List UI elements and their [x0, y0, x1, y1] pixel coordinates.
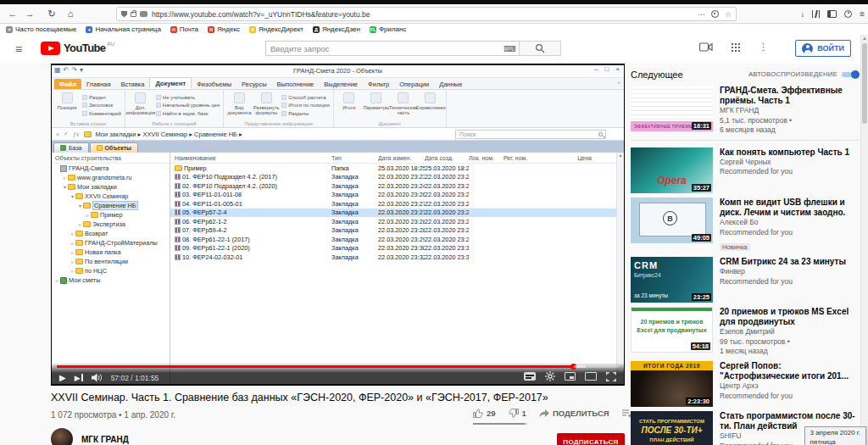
play-button[interactable]: ▶ [59, 373, 66, 382]
bookmark-star-icon[interactable]: ☆ [725, 10, 732, 19]
video-item-title[interactable]: CRM Битрикс 24 за 23 минуты [720, 257, 860, 267]
tree-item[interactable]: ▹Новая папка [52, 248, 170, 257]
up-next-video-item[interactable]: ИТОГИ ГОДА 20192:23:30Сергей Попов: "Аст… [631, 361, 860, 407]
scrollbar-thumb[interactable] [862, 43, 867, 124]
video-item-title[interactable]: Комп не видит USB флешки и диск. Лечим и… [720, 197, 860, 218]
downloads-icon[interactable]: ↓ [800, 9, 804, 19]
page-scrollbar[interactable]: ▲ [860, 35, 868, 445]
reload-icon[interactable]: ↻ [44, 7, 59, 20]
table-row[interactable]: 05. ФЕРр57-2-4Закладка22.03.2020 23:2722… [170, 209, 624, 218]
url-text[interactable]: https://www.youtube.com/watch?v=_uYUnnTI… [152, 10, 698, 19]
up-next-video-item[interactable]: Opera35:27Как понять компьютер Часть 1Се… [631, 147, 860, 193]
bookmark-item[interactable]: FLФриланс [370, 25, 407, 33]
tree-item[interactable]: ▹Пример [52, 210, 170, 220]
video-thumbnail[interactable]: Opera35:27 [631, 147, 713, 193]
autoplay-toggle[interactable] [842, 70, 860, 79]
progress-bar[interactable] [57, 365, 619, 368]
signin-button[interactable]: ВОЙТИ [795, 40, 851, 57]
video-thumbnail[interactable]: СТАТЬ ПРОГРАММИСТОМПОСЛЕ 30-ТИ+ПЛАН ДЕЙС… [631, 411, 713, 445]
video-thumbnail[interactable]: 20 приемов и трюков Excel для продвинуты… [631, 307, 713, 353]
video-item-title[interactable]: Как понять компьютер Часть 1 [720, 147, 860, 158]
lock-icon[interactable] [131, 12, 136, 17]
tree-collapsed-icon[interactable]: ▹ [62, 175, 68, 181]
table-row[interactable]: 03. ФЕР11-01-011-08Закладка22.03.2020 23… [170, 191, 624, 200]
subscribe-button[interactable]: ПОДПИСАТЬСЯ [557, 433, 625, 445]
video-thumbnail[interactable]: ИТОГИ ГОДА 20192:23:30 [631, 361, 713, 407]
video-thumbnail[interactable]: CRMБитрикс24за 23 минуты23:25 [631, 257, 713, 303]
bookmark-item[interactable]: ●Начальная страница [86, 25, 160, 33]
fullscreen-icon[interactable] [606, 372, 616, 381]
up-next-video-item[interactable]: B49:05Комп не видит USB флешки и диск. Л… [631, 197, 860, 253]
channel-avatar[interactable] [51, 428, 73, 445]
tree-expanded-icon[interactable]: ▾ [62, 184, 68, 190]
tree-item[interactable]: ▾Мои закладки [52, 182, 170, 192]
library-icon[interactable] [812, 10, 820, 18]
table-row[interactable]: 07. ФЕРр59-4-2Закладка22.03.2020 23:2822… [170, 226, 624, 236]
browser-menu-icon[interactable]: ≡ [860, 9, 865, 19]
tracking-shield-icon[interactable] [121, 11, 127, 18]
video-thumbnail[interactable]: B49:05 [631, 197, 713, 243]
column-header[interactable]: Тип [331, 155, 378, 161]
column-header[interactable]: Лок. ном. [469, 155, 504, 161]
tree-item[interactable]: ▾Сравнение НБ [52, 201, 170, 210]
column-header[interactable]: Дата измен. [378, 155, 425, 161]
pocket-icon[interactable] [711, 10, 719, 18]
bookmark-item[interactable]: ЯЯндексДирект [249, 25, 303, 33]
tree-item[interactable]: ▹ГРАНД-СтройМатериалы [52, 238, 170, 248]
tree-collapsed-icon[interactable]: ▹ [70, 240, 75, 246]
bookmark-item[interactable]: ЯЯндекс [208, 25, 240, 33]
tree-collapsed-icon[interactable]: ▹ [85, 212, 91, 218]
subtitles-icon[interactable] [524, 372, 536, 381]
column-header[interactable]: Наименование [170, 155, 331, 161]
forward-icon[interactable]: → [22, 7, 37, 20]
tree-collapsed-icon[interactable]: ▹ [70, 231, 75, 236]
video-item-title[interactable]: Сергей Попов: "Астрофизические итоги 201… [720, 361, 860, 381]
tree-item[interactable]: ▹Экспертиза [52, 220, 170, 229]
tree-item[interactable]: ▹Возврат [52, 229, 170, 238]
up-next-video-item[interactable]: CRMБитрикс24за 23 минуты23:25CRM Битрикс… [631, 257, 860, 303]
tree-expanded-icon[interactable]: ▾ [77, 203, 83, 209]
column-header[interactable]: Дата созд. [425, 155, 469, 161]
column-header[interactable]: Цена [539, 155, 592, 161]
miniplayer-icon[interactable] [565, 372, 576, 381]
tree-item[interactable]: ▹Мои сметы [52, 275, 170, 285]
youtube-settings-dots-icon[interactable]: ⋮ [759, 42, 768, 53]
home-icon[interactable]: ⌂ [63, 7, 78, 20]
volume-icon[interactable] [92, 373, 103, 382]
table-row[interactable]: 01. ФЕР10 Подраздел 4.2. (2017)Закладка2… [170, 173, 624, 182]
table-row[interactable]: 10. ФЕР24-02-032-01Закладка22.03.2020 23… [170, 253, 624, 262]
account-icon[interactable] [844, 10, 852, 18]
channel-name[interactable]: МГК ГРАНД [81, 435, 129, 444]
search-button[interactable] [519, 41, 561, 56]
tree-collapsed-icon[interactable]: ▹ [54, 277, 60, 283]
video-item-title[interactable]: ГРАНД-Смета. Эффективные приёмы. Часть 1 [720, 86, 860, 106]
tree-item[interactable]: ГРАНД-Смета [52, 164, 170, 173]
bookmark-item[interactable]: ✲Часто посещаемые [6, 25, 76, 33]
back-icon[interactable]: ← [5, 7, 20, 20]
tree-collapsed-icon[interactable]: ▹ [70, 259, 75, 264]
up-next-video-item[interactable]: 20 приемов и трюков Excel для продвинуты… [631, 307, 860, 357]
tree-item[interactable]: ▹по НЦС [52, 266, 170, 275]
table-row[interactable]: 06. ФЕРр62-1-2Закладка22.03.2020 23:2822… [170, 217, 624, 226]
tree-item[interactable]: ▾XXVII Семинар [52, 192, 170, 201]
table-row[interactable]: 02. ФЕР10 Подраздел 4.2. (2020)Закладка2… [170, 181, 624, 191]
settings-gear-icon[interactable] [545, 371, 555, 381]
bookmark-item[interactable]: ✉Почта [170, 25, 198, 33]
next-button[interactable]: ▶ [75, 374, 83, 382]
youtube-logo[interactable]: YouTube RU [41, 42, 114, 55]
table-row[interactable]: 04. ФЕР11-01-005-01Закладка22.03.2020 23… [170, 199, 624, 209]
tree-collapsed-icon[interactable]: ▹ [70, 268, 75, 274]
table-row[interactable]: 08. ФЕРр61-22-1 (2017)Закладка22.03.2020… [170, 235, 624, 244]
column-header[interactable]: Рег. ном. [504, 155, 539, 161]
bookmark-item[interactable]: ДЯндексДзен [313, 25, 360, 33]
table-row[interactable]: ПримерПапка25.03.2020 18:2525.03.2020 18… [170, 164, 624, 173]
video-item-title[interactable]: 20 приемов и трюков MS Excel для продвин… [720, 307, 860, 327]
table-row[interactable]: 09. ФЕРр61-22-1 (2020)Закладка22.03.2020… [170, 244, 624, 253]
video-player[interactable]: ▦ ↶ ↷ ▾ ГРАНД-Смета 2020 - Объекты – □ ×… [51, 64, 625, 386]
scrollbar-up-icon[interactable]: ▲ [861, 36, 868, 41]
up-next-video-item[interactable]: ЭФФЕКТИВНЫЕ ПРИЕМЫ18:31ГРАНД-Смета. Эффе… [631, 86, 860, 136]
dislike-button[interactable]: 1 [509, 409, 526, 418]
apps-grid-icon[interactable] [732, 43, 740, 52]
sidebars-icon[interactable] [827, 10, 837, 18]
tree-item[interactable]: ▹www.grandsmeta.ru [52, 173, 170, 182]
